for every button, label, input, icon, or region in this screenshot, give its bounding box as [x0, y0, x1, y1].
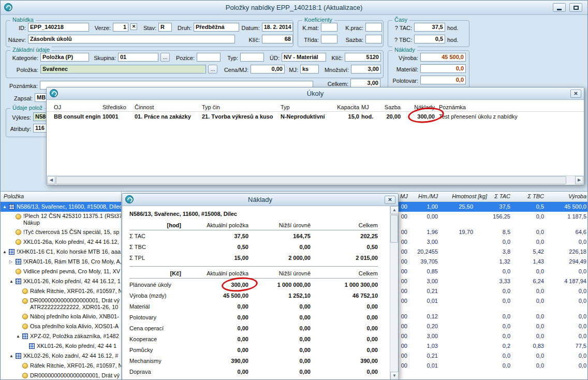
- kmat-field[interactable]: [321, 23, 337, 32]
- tree-item[interactable]: Náboj předního kola Alivio, XNB01-: [1, 312, 121, 321]
- tree-item[interactable]: ▲N586/13, Svařenec, 11600, #15008, Dílec: [1, 202, 121, 212]
- cell-tail: 00: [401, 312, 407, 321]
- cell-tac: 0,0: [503, 321, 510, 331]
- cell-tbc: 0,0: [536, 331, 544, 341]
- klic-field[interactable]: 68: [262, 35, 293, 43]
- cell-tail: 00: [401, 247, 407, 257]
- cell-tac: 37,5: [499, 202, 510, 212]
- group-label: Nabídka: [10, 17, 36, 23]
- cell-vyr: 294,49: [569, 257, 586, 267]
- tree-item[interactable]: DR0000000000000000001, Drát výATR2222222…: [1, 296, 121, 312]
- mnozstvi-field[interactable]: 3,00: [351, 65, 381, 74]
- tree-item[interactable]: Ráfek Ritchie, XRF01-26, #10597, N: [1, 286, 121, 296]
- close-button[interactable]: ✕: [570, 90, 581, 98]
- expander-open-icon[interactable]: ▲: [16, 334, 20, 339]
- cell-nizsi-urovne: 0,00: [254, 368, 311, 376]
- pozice-field[interactable]: [197, 53, 220, 62]
- column-header: Σ TAC: [494, 193, 510, 199]
- verze-field[interactable]: 1: [113, 23, 128, 32]
- cell-tbc: 1,43: [533, 257, 544, 267]
- material-icon: [22, 314, 28, 319]
- tree-item[interactable]: Vidlice přední pevná, Cro Moly, 11, XV: [1, 267, 121, 276]
- tree-item[interactable]: ▲XPZ-02, Položka zákazníka, #1482: [1, 331, 121, 341]
- naklady-titlebar[interactable]: Náklady ✕: [122, 194, 398, 206]
- cell-tac: 0,2: [503, 341, 510, 351]
- material-field[interactable]: 0,0: [420, 64, 466, 73]
- verze-checkbox[interactable]: ✕: [130, 23, 137, 30]
- celkem-field[interactable]: 3,00: [350, 79, 380, 87]
- id-field[interactable]: EPP_140218: [28, 23, 89, 32]
- ukoly-dialog: Úkoly ✕ OJStřediskoČinnostTyp činTypKapa…: [46, 87, 584, 185]
- expander-closed-icon[interactable]: ▷: [9, 259, 12, 264]
- ukoly-table-header: OJStřediskoČinnostTyp činTypKapacitaMJSa…: [47, 103, 584, 112]
- typ-field[interactable]: [240, 53, 264, 62]
- tac-field[interactable]: 37,5: [414, 23, 445, 32]
- sazba-field[interactable]: [365, 35, 382, 43]
- tree-item[interactable]: ▲XKL01-26, Kolo přední, 42 44 16.12, 1: [1, 276, 121, 286]
- scroll-up-button[interactable]: ▲: [390, 206, 399, 214]
- tree-item[interactable]: Ráfek Ritchie, XRF01-26, #10597, N: [1, 361, 121, 371]
- cell-tail: 00: [401, 341, 407, 351]
- cell-nizsi-urovne: 164,75: [254, 232, 311, 240]
- mj-field[interactable]: ks: [300, 65, 319, 74]
- material-icon: [16, 269, 21, 274]
- kategorie-field[interactable]: Položka (P): [40, 53, 89, 62]
- expander-open-icon[interactable]: ▲: [9, 279, 13, 284]
- tree-item[interactable]: XKL01-26, Kolo přední, 42 44 1: [1, 341, 121, 351]
- druh-field[interactable]: Předběžná: [194, 23, 239, 32]
- tree-item[interactable]: !Tyč čtvercová 15 ČSN speciál, 15, sp: [1, 227, 121, 237]
- expander-open-icon[interactable]: ▲: [3, 204, 7, 209]
- polozka-field[interactable]: Svařenec: [40, 65, 206, 74]
- horizontal-scrollbar[interactable]: ◀ ▶: [47, 176, 583, 184]
- skupina-field[interactable]: 01: [118, 53, 158, 62]
- scroll-left-button[interactable]: ◀: [47, 176, 55, 184]
- tree-item-label: DR0000000000000000001, Drát vý: [30, 371, 120, 380]
- scroll-right-button[interactable]: ▶: [575, 176, 583, 184]
- ud-field[interactable]: NV - Materiál: [282, 53, 326, 62]
- main-titlebar[interactable]: Položky nabídky EPP_140218:1 (Aktualizac…: [1, 1, 587, 15]
- column-header: Σ TBC: [527, 193, 544, 199]
- scrollbar-thumb[interactable]: [390, 215, 398, 243]
- scrollbar-thumb[interactable]: [56, 176, 566, 184]
- tbc-field[interactable]: 0,5: [414, 35, 445, 43]
- minimize-button[interactable]: [553, 3, 566, 12]
- klic2-field[interactable]: 5120: [345, 53, 381, 62]
- cena-field[interactable]: 0,00: [251, 65, 285, 74]
- cell-tac: 0,0: [503, 361, 510, 371]
- cell-tail: 00: [401, 361, 407, 371]
- column-header: Kapacita: [326, 103, 359, 111]
- stav-field[interactable]: R: [158, 23, 172, 32]
- column-header: Položka: [4, 193, 24, 199]
- dialog-title: Úkoly: [47, 90, 584, 97]
- tree-item[interactable]: ▲XKL02-26, Kolo zadní, 42 44 16.12, #: [1, 351, 121, 361]
- tree-item-label: XKL02-26, Kolo zadní, 42 44 16.12, #: [23, 351, 118, 361]
- datum-field[interactable]: 18. 2. 2014: [262, 23, 293, 32]
- tree-item[interactable]: Osa předního kola Alivio, XOS01-A: [1, 321, 121, 331]
- tree-item[interactable]: XKL01-26a, Kolo přední, 42 44 16.12,: [1, 237, 121, 247]
- expander-open-icon[interactable]: ▲: [3, 250, 7, 254]
- cell-tac: 1,32: [499, 257, 510, 267]
- nazev-field[interactable]: Zásobník úkolů: [28, 35, 235, 43]
- vertical-scrollbar[interactable]: ▲ ▼: [390, 206, 398, 380]
- kprac-field[interactable]: [365, 23, 382, 32]
- mnozstvi-label: Množství:: [320, 66, 349, 74]
- vyroba-field[interactable]: 45 500,0: [420, 53, 466, 62]
- scroll-down-button[interactable]: ▼: [390, 372, 399, 380]
- tree-item-label: Vidlice přední pevná, Cro Moly, 11, XV: [23, 267, 120, 276]
- ukoly-titlebar[interactable]: Úkoly ✕: [47, 87, 584, 100]
- cell-poznamka: Test přenesení úkolu z nabídky: [439, 112, 581, 121]
- close-button[interactable]: ✕: [385, 196, 395, 204]
- expander-open-icon[interactable]: ▲: [9, 354, 13, 358]
- tree-item[interactable]: !Plech 12 ČSN 425310 11375.1 (RSt37-Náku…: [1, 212, 121, 227]
- trida-field[interactable]: [321, 35, 337, 43]
- tree-item-label: XKL01-26, Kolo přední, 42 44 16.12, 1: [23, 276, 121, 286]
- polozka-browse-button[interactable]: ...: [208, 65, 217, 74]
- tree-item[interactable]: DR0000000000000000001, Drát vý: [1, 371, 121, 380]
- tree-item[interactable]: ▷!XRA01-16, Rám MTB 16, Cro Moly, A,: [1, 257, 121, 267]
- cell-kapacita: 15,0: [326, 112, 359, 121]
- ukoly-table-row[interactable]: BB consult enginee1000101. Práce na zaká…: [47, 112, 584, 121]
- skupina-browse-button[interactable]: ...: [160, 53, 170, 62]
- polotovar-field[interactable]: 0,0: [420, 76, 466, 84]
- tree-item[interactable]: ▲!XHK01-16 C1, Kolo horské MTB 16, aaa,: [1, 247, 121, 257]
- maximize-button[interactable]: [569, 3, 582, 12]
